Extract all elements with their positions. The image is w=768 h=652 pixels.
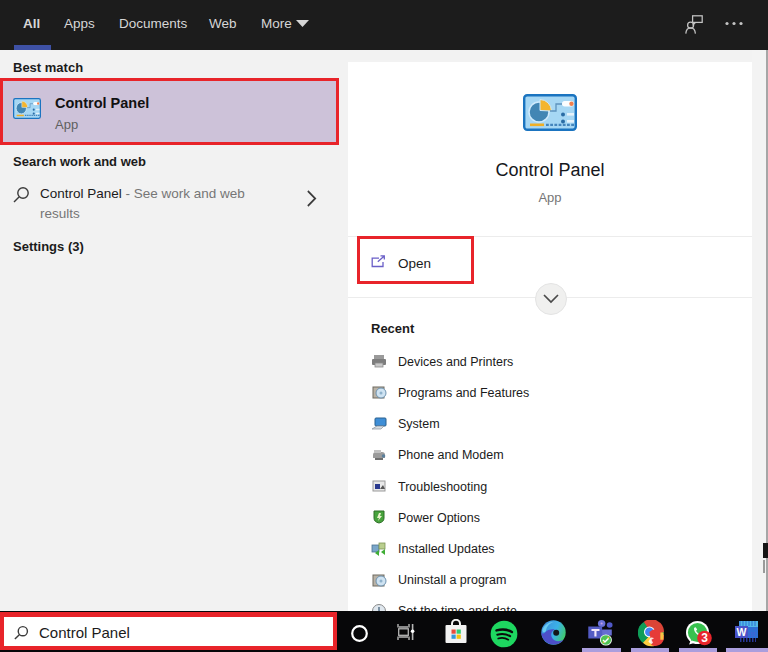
svg-text:W: W bbox=[737, 626, 747, 638]
svg-text:3: 3 bbox=[701, 631, 708, 645]
